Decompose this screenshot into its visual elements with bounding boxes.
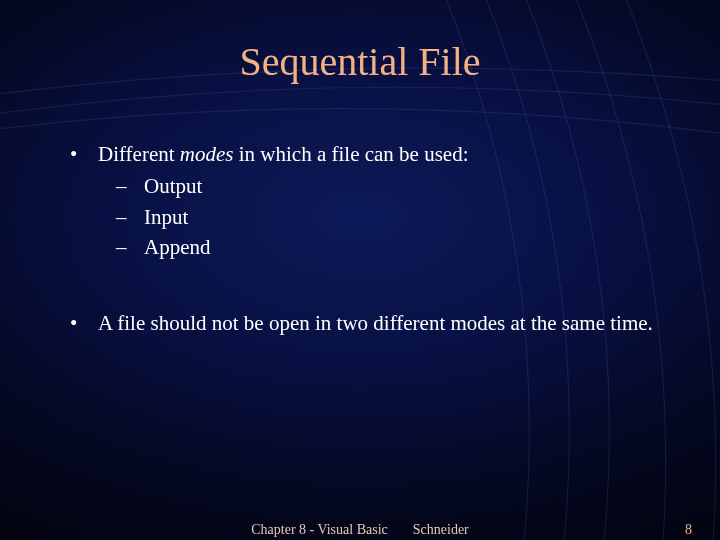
bullet-2: • A file should not be open in two diffe… <box>70 309 670 337</box>
bullet-dot-icon: • <box>70 140 98 168</box>
subbullet-1-text: Output <box>144 172 202 200</box>
subbullet-3: – Append <box>116 233 670 261</box>
bullet-1-pre: Different <box>98 142 180 166</box>
footer-chapter: Chapter 8 - Visual Basic <box>251 522 388 537</box>
footer-page-number: 8 <box>685 522 692 538</box>
subbullet-3-text: Append <box>144 233 211 261</box>
bullet-dash-icon: – <box>116 172 144 200</box>
subbullet-2-text: Input <box>144 203 188 231</box>
slide-body: • Different modes in which a file can be… <box>70 140 670 342</box>
bullet-2-text: A file should not be open in two differe… <box>98 309 653 337</box>
bullet-1: • Different modes in which a file can be… <box>70 140 670 168</box>
bullet-dash-icon: – <box>116 203 144 231</box>
footer-author: Schneider <box>413 522 469 537</box>
bullet-1-em: modes <box>180 142 234 166</box>
bullet-1-text: Different modes in which a file can be u… <box>98 140 469 168</box>
slide-title: Sequential File <box>0 38 720 85</box>
subbullet-2: – Input <box>116 203 670 231</box>
bullet-1-post: in which a file can be used: <box>234 142 469 166</box>
bullet-dash-icon: – <box>116 233 144 261</box>
subbullet-1: – Output <box>116 172 670 200</box>
spacer <box>70 263 670 309</box>
bullet-dot-icon: • <box>70 309 98 337</box>
footer-center: Chapter 8 - Visual Basic Schneider <box>0 522 720 538</box>
slide: Sequential File • Different modes in whi… <box>0 0 720 540</box>
